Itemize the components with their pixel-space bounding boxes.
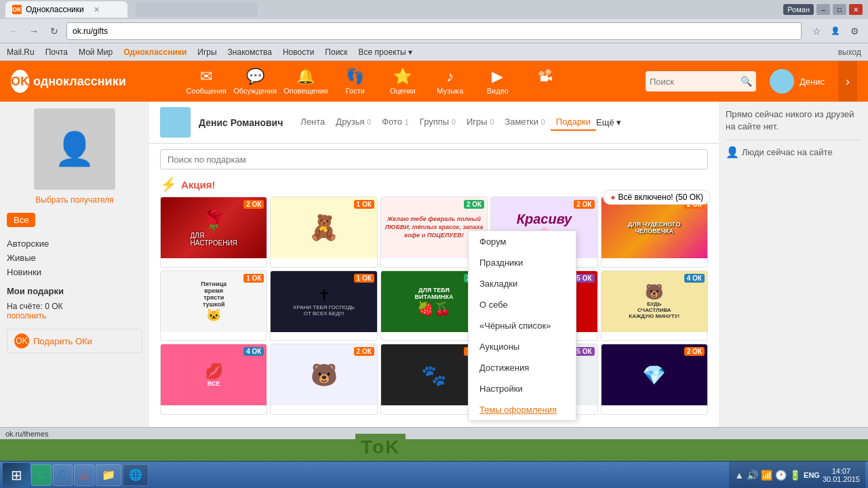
gift-card[interactable]: 🌹 ДЛЯНАСТРОЕНИЯ 2 ОК: [160, 197, 267, 268]
filter-avtorskie[interactable]: Авторские: [7, 237, 142, 251]
ok-logo[interactable]: OK одноклассники: [11, 70, 106, 93]
gift-card[interactable]: 🐻 БУДЬСЧАСТЛИВАКАЖДУЮ МИНУТУ! 4 ОК: [601, 270, 708, 342]
tab-druzya[interactable]: Друзья 0: [330, 114, 376, 131]
nav-messages[interactable]: ✉ Сообщения: [186, 68, 226, 95]
time-display: 14:07: [823, 467, 860, 475]
gift-card[interactable]: ✝ ХРАНИ ТЕБЯ ГОСПОДЬОТ ВСЕХ БЕД!!! 1 ОК: [270, 270, 377, 342]
dropdown-aukciony[interactable]: Аукционы: [469, 336, 576, 357]
taskbar-app-chrome[interactable]: 🌐: [123, 464, 149, 486]
nav-music[interactable]: ♪ Музыка: [430, 68, 471, 95]
gift-card[interactable]: ДЛЯ ЧУДЕСНОГОЧЕЛОВЕЧКА 2 ОК: [601, 197, 708, 268]
nav-ratings-label: Оценки: [390, 87, 416, 95]
gift-card[interactable]: 💎 2 ОК: [601, 344, 708, 415]
bookmark-moimir[interactable]: Мой Мир: [79, 47, 113, 57]
more-tabs-button[interactable]: Ещё ▾: [596, 114, 621, 131]
tab-close[interactable]: ✕: [94, 5, 100, 14]
search-button[interactable]: 🔍: [741, 76, 752, 87]
nav-ratings[interactable]: ⭐ Оценки: [382, 68, 423, 95]
browser-tab[interactable]: OK Одноклассники ✕: [5, 1, 127, 18]
bookmark-novosti[interactable]: Новости: [283, 47, 314, 57]
dropdown-osebe[interactable]: О себе: [469, 294, 576, 315]
tab-lenta[interactable]: Лента: [295, 114, 330, 131]
taskbar-app-folder[interactable]: 📁: [96, 464, 121, 486]
gifts-search-input[interactable]: [160, 149, 708, 169]
nav-guests[interactable]: 👣 Гости: [335, 68, 376, 95]
sidebar: 👤 Выбрать получателя Все Авторские Живые…: [0, 102, 149, 427]
filter-list: Авторские Живые Новинки: [7, 237, 142, 279]
people-online-label: Люди сейчас на сайте: [742, 147, 833, 157]
tv-icon: 📽: [538, 68, 553, 85]
nav-notifications-label: Оповещения: [283, 87, 328, 95]
no-friends-text: Прямо сейчас никого из друзей на сайте н…: [726, 108, 861, 133]
profile-name: Денис Романович: [199, 117, 283, 128]
back-button[interactable]: ←: [5, 23, 22, 39]
dropdown-dostizheniya[interactable]: Достижения: [469, 357, 576, 378]
nav-notifications[interactable]: 🔔 Оповещения: [283, 68, 328, 95]
date-display: 30.01.2015: [823, 475, 860, 483]
include-toggle[interactable]: ● Всё включено! (50 ОК): [603, 190, 711, 205]
choose-recipient-link[interactable]: Выбрать получателя: [7, 195, 142, 205]
tray-arrow-icon[interactable]: ▲: [734, 470, 744, 481]
nav-music-label: Музыка: [437, 87, 463, 95]
close-button[interactable]: ✕: [849, 4, 863, 15]
ratings-icon: ⭐: [393, 68, 412, 85]
dropdown-zakladki[interactable]: Закладки: [469, 273, 576, 294]
address-bar[interactable]: [66, 22, 802, 40]
nav-discussions[interactable]: 💬 Обсуждения: [233, 68, 277, 95]
filter-zhivye[interactable]: Живые: [7, 251, 142, 265]
gift-card[interactable]: 🐻 2 ОК: [270, 344, 377, 415]
search-input[interactable]: [650, 77, 738, 87]
bookmark-poisk[interactable]: Поиск: [325, 47, 347, 57]
dropdown-nastrojki[interactable]: Настройки: [469, 378, 576, 399]
gift-ok-button[interactable]: OK Подарить ОКи: [7, 329, 142, 353]
tray-network-icon[interactable]: 📶: [761, 470, 772, 481]
dropdown-blacklist[interactable]: «Чёрный список»: [469, 315, 576, 336]
extension-icon[interactable]: 👤: [827, 23, 844, 39]
dropdown-themes[interactable]: Темы оформления: [469, 399, 576, 420]
dropdown-forum[interactable]: Форум: [469, 231, 576, 252]
ok-right-expand-button[interactable]: ›: [838, 61, 857, 102]
dropdown-prazdniki[interactable]: Праздники: [469, 252, 576, 273]
nav-video[interactable]: ▶ Видео: [477, 68, 518, 95]
ok-user[interactable]: Денис: [770, 69, 825, 94]
minimize-button[interactable]: –: [816, 4, 830, 15]
tab-zametki[interactable]: Заметки 0: [499, 114, 550, 131]
include-label: Всё включено! (50 ОК): [618, 192, 703, 202]
my-gifts-label: Мои подарки: [7, 286, 142, 296]
logout-button[interactable]: выход: [838, 47, 861, 57]
bookmark-pochta[interactable]: Почта: [45, 47, 68, 57]
profile-nav: Денис Романович Лента Друзья 0 Фото 1 Гр…: [149, 102, 719, 144]
taskbar-app-green[interactable]: C: [31, 464, 52, 486]
bookmark-odnoklassniki[interactable]: Одноклассники: [123, 47, 186, 57]
bookmark-mailru[interactable]: Mail.Ru: [7, 47, 35, 57]
bookmark-all-projects[interactable]: Все проекты ▾: [359, 47, 412, 57]
bookmark-znakomstva[interactable]: Знакомства: [228, 47, 272, 57]
tab-podarki[interactable]: Подарки: [551, 114, 596, 131]
sale-label: Акция!: [181, 179, 216, 190]
tray-speaker-icon[interactable]: 🔊: [747, 470, 758, 481]
bookmark-star-icon[interactable]: ☆: [808, 23, 825, 39]
filter-novinki[interactable]: Новинки: [7, 265, 142, 279]
tab-foto[interactable]: Фото 1: [376, 114, 414, 131]
tab-gruppy[interactable]: Группы 0: [414, 114, 461, 131]
top-up-link[interactable]: пополнить: [7, 311, 142, 321]
maximize-button[interactable]: □: [833, 4, 846, 15]
extension2-icon[interactable]: ⚙: [846, 23, 863, 39]
reload-button[interactable]: ↻: [46, 23, 62, 39]
nav-tv[interactable]: 📽: [525, 68, 566, 95]
taskbar-app-triangle[interactable]: △: [74, 464, 94, 486]
tab-igry[interactable]: Игры 0: [461, 114, 499, 131]
gift-card[interactable]: 💋 ВСЕ 4 ОК: [160, 344, 267, 415]
gift-badge: 1 ОК: [354, 200, 374, 209]
taskbar-app-blue[interactable]: C: [53, 464, 73, 486]
all-filter-button[interactable]: Все: [7, 213, 35, 227]
gift-card[interactable]: Пятницавремятряститушкой 🐱 1 ОК: [160, 270, 267, 342]
people-online: 👤 Люди сейчас на сайте: [726, 146, 861, 159]
forward-button[interactable]: →: [26, 23, 42, 39]
video-icon: ▶: [492, 68, 503, 85]
bookmark-igry[interactable]: Игры: [197, 47, 216, 57]
tray-time: 14:07 30.01.2015: [823, 467, 860, 483]
nav-messages-label: Сообщения: [186, 87, 226, 95]
gift-card[interactable]: 🧸 1 ОК: [270, 197, 377, 268]
start-button[interactable]: ⊞: [3, 463, 30, 487]
